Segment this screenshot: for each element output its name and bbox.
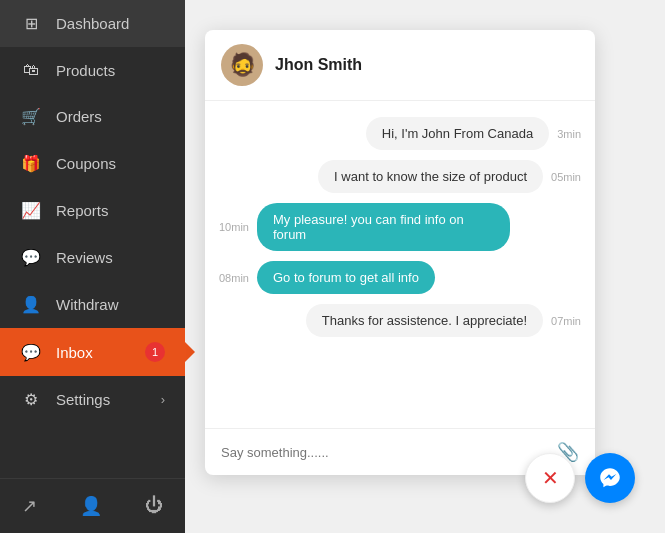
sidebar-item-label: Settings: [56, 391, 110, 408]
message-time: 10min: [219, 221, 249, 233]
message-bubble: Go to forum to get all info: [257, 261, 435, 294]
sidebar-item-label: Withdraw: [56, 296, 119, 313]
orders-icon: 🛒: [20, 107, 42, 126]
power-icon[interactable]: ⏻: [139, 489, 169, 523]
close-icon: ✕: [542, 466, 559, 490]
chat-messages: Hi, I'm John From Canada 3min I want to …: [205, 101, 595, 428]
sidebar-item-label: Products: [56, 62, 115, 79]
sidebar-item-inbox[interactable]: 💬 Inbox 1: [0, 328, 185, 376]
messenger-icon: [599, 467, 621, 489]
sidebar-item-label: Reviews: [56, 249, 113, 266]
message-bubble: Hi, I'm John From Canada: [366, 117, 549, 150]
chat-header: 🧔 Jhon Smith: [205, 30, 595, 101]
sidebar-item-products[interactable]: 🛍 Products: [0, 47, 185, 93]
inbox-icon: 💬: [20, 343, 42, 362]
avatar-emoji: 🧔: [229, 52, 256, 78]
message-text: Hi, I'm John From Canada: [382, 126, 533, 141]
message-row: Hi, I'm John From Canada 3min: [219, 117, 581, 150]
withdraw-icon: 👤: [20, 295, 42, 314]
main-content: 🧔 Jhon Smith Hi, I'm John From Canada 3m…: [185, 0, 665, 533]
float-buttons: ✕: [525, 453, 635, 503]
inbox-badge: 1: [145, 342, 165, 362]
sidebar-item-label: Dashboard: [56, 15, 129, 32]
sidebar: ⊞ Dashboard 🛍 Products 🛒 Orders 🎁 Coupon…: [0, 0, 185, 533]
message-row: 08min Go to forum to get all info: [219, 261, 581, 294]
message-text: My pleasure! you can find info on forum: [273, 212, 464, 242]
settings-arrow: ›: [161, 392, 165, 407]
message-row: Thanks for assistence. I appreciate! 07m…: [219, 304, 581, 337]
sidebar-item-label: Reports: [56, 202, 109, 219]
sidebar-item-coupons[interactable]: 🎁 Coupons: [0, 140, 185, 187]
sidebar-item-settings[interactable]: ⚙ Settings ›: [0, 376, 185, 423]
message-time: 05min: [551, 171, 581, 183]
message-text: Go to forum to get all info: [273, 270, 419, 285]
sidebar-item-reviews[interactable]: 💬 Reviews: [0, 234, 185, 281]
external-link-icon[interactable]: ↗: [16, 489, 43, 523]
sidebar-item-label: Inbox: [56, 344, 93, 361]
user-icon[interactable]: 👤: [74, 489, 108, 523]
reports-icon: 📈: [20, 201, 42, 220]
dashboard-icon: ⊞: [20, 14, 42, 33]
messenger-button[interactable]: [585, 453, 635, 503]
message-row: I want to know the size of product 05min: [219, 160, 581, 193]
reviews-icon: 💬: [20, 248, 42, 267]
sidebar-bottom: ↗ 👤 ⏻: [0, 478, 185, 533]
message-bubble: My pleasure! you can find info on forum: [257, 203, 510, 251]
message-bubble: Thanks for assistence. I appreciate!: [306, 304, 543, 337]
chat-contact-name: Jhon Smith: [275, 56, 362, 74]
message-text: Thanks for assistence. I appreciate!: [322, 313, 527, 328]
message-time: 3min: [557, 128, 581, 140]
sidebar-item-reports[interactable]: 📈 Reports: [0, 187, 185, 234]
message-bubble: I want to know the size of product: [318, 160, 543, 193]
chat-input[interactable]: [221, 445, 557, 460]
message-time: 08min: [219, 272, 249, 284]
chat-panel: 🧔 Jhon Smith Hi, I'm John From Canada 3m…: [205, 30, 595, 475]
message-row: 10min My pleasure! you can find info on …: [219, 203, 581, 251]
products-icon: 🛍: [20, 61, 42, 79]
sidebar-item-label: Orders: [56, 108, 102, 125]
sidebar-item-dashboard[interactable]: ⊞ Dashboard: [0, 0, 185, 47]
message-time: 07min: [551, 315, 581, 327]
avatar: 🧔: [221, 44, 263, 86]
sidebar-item-label: Coupons: [56, 155, 116, 172]
message-text: I want to know the size of product: [334, 169, 527, 184]
coupons-icon: 🎁: [20, 154, 42, 173]
sidebar-item-withdraw[interactable]: 👤 Withdraw: [0, 281, 185, 328]
sidebar-item-orders[interactable]: 🛒 Orders: [0, 93, 185, 140]
settings-icon: ⚙: [20, 390, 42, 409]
close-chat-button[interactable]: ✕: [525, 453, 575, 503]
